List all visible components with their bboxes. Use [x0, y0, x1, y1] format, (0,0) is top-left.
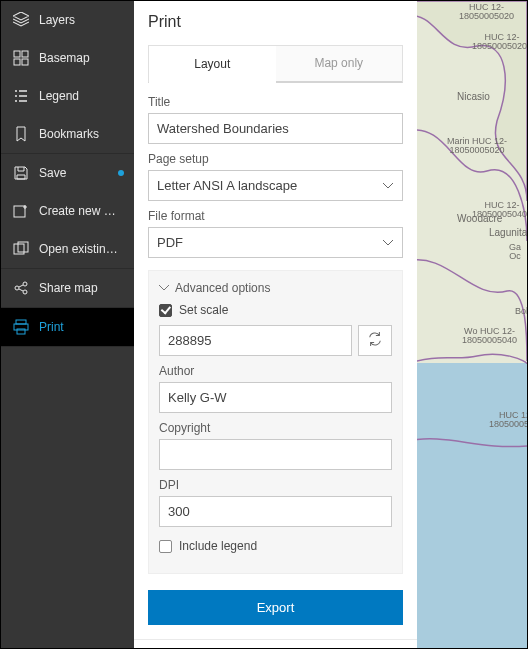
print-icon	[13, 319, 29, 335]
sidebar-item-bookmarks[interactable]: Bookmarks	[1, 115, 134, 153]
copyright-input[interactable]	[159, 439, 392, 470]
author-input[interactable]	[159, 382, 392, 413]
advanced-options-label: Advanced options	[175, 281, 270, 295]
export-button[interactable]: Export	[148, 590, 403, 625]
bookmark-icon	[13, 126, 29, 142]
svg-rect-4	[14, 206, 25, 217]
map-place-label: Lagunitas	[489, 227, 527, 238]
map-huc-label: HUC 12-18050005020	[459, 3, 514, 22]
page-setup-select[interactable]	[148, 170, 403, 201]
sidebar-item-label: Print	[39, 320, 64, 334]
title-label: Title	[148, 95, 403, 109]
refresh-icon	[368, 332, 382, 350]
tab-layout[interactable]: Layout	[149, 47, 276, 83]
sidebar-item-legend[interactable]: Legend	[1, 77, 134, 115]
file-format-label: File format	[148, 209, 403, 223]
map-huc-label: Wo HUC 12-18050005040	[462, 327, 517, 346]
share-icon	[13, 280, 29, 296]
dpi-label: DPI	[159, 478, 392, 492]
dpi-input[interactable]	[159, 496, 392, 527]
new-map-icon	[13, 203, 29, 219]
svg-rect-1	[22, 51, 28, 57]
svg-rect-2	[14, 59, 20, 65]
svg-point-7	[15, 286, 19, 290]
unsaved-dot-icon	[118, 170, 124, 176]
set-scale-label: Set scale	[179, 303, 228, 317]
sidebar-item-label: Share map	[39, 281, 98, 295]
author-label: Author	[159, 364, 392, 378]
legend-icon	[13, 88, 29, 104]
copyright-label: Copyright	[159, 421, 392, 435]
print-tabs: Layout Map only	[148, 45, 403, 83]
sidebar-item-label: Open existing map	[39, 242, 122, 256]
svg-rect-0	[14, 51, 20, 57]
scale-refresh-button[interactable]	[358, 325, 392, 356]
svg-point-8	[23, 282, 27, 286]
sidebar-item-label: Save	[39, 166, 66, 180]
print-panel: Print Layout Map only Title Page setup F…	[134, 1, 417, 648]
svg-point-9	[23, 290, 27, 294]
title-input[interactable]	[148, 113, 403, 144]
tab-map-only[interactable]: Map only	[276, 46, 403, 82]
file-format-select[interactable]	[148, 227, 403, 258]
svg-rect-10	[16, 320, 26, 324]
sidebar-item-label: Layers	[39, 13, 75, 27]
map-huc-label: GaOc	[509, 243, 521, 262]
sidebar-item-label: Bookmarks	[39, 127, 99, 141]
map-huc-label: HUC 12-180500050201	[472, 33, 527, 52]
map-huc-label: HUC 12-18050005010	[489, 411, 527, 430]
sidebar-item-label: Basemap	[39, 51, 90, 65]
include-legend-label: Include legend	[179, 539, 257, 553]
include-legend-checkbox[interactable]	[159, 540, 172, 553]
sidebar-item-save[interactable]: Save	[1, 154, 134, 192]
map-place-label: Nicasio	[457, 91, 490, 102]
sidebar-item-label: Create new map	[39, 204, 122, 218]
map-canvas[interactable]: HUC 12-18050005020HUC 12-180500050201Mar…	[417, 1, 527, 648]
panel-title: Print	[134, 1, 417, 39]
save-icon	[13, 165, 29, 181]
chevron-down-icon	[159, 281, 169, 295]
basemap-icon	[13, 50, 29, 66]
svg-rect-3	[22, 59, 28, 65]
sidebar-item-create-new-map[interactable]: Create new map	[1, 192, 134, 230]
sidebar-item-print[interactable]: Print	[1, 308, 134, 346]
sidebar-item-layers[interactable]: Layers	[1, 1, 134, 39]
map-huc-label: Marin HUC 12-18050005020	[447, 137, 507, 156]
sidebar-item-basemap[interactable]: Basemap	[1, 39, 134, 77]
sidebar-item-open-existing-map[interactable]: Open existing map	[1, 230, 134, 268]
open-map-icon	[13, 241, 29, 257]
map-huc-label: Bol	[515, 307, 527, 316]
sidebar: Layers Basemap Legend Bookmarks Save	[1, 1, 134, 648]
map-place-label: Woodacre	[457, 213, 502, 224]
exported-files-section: Exported files Your exported files will …	[134, 639, 417, 648]
sidebar-item-label: Legend	[39, 89, 79, 103]
set-scale-checkbox[interactable]	[159, 304, 172, 317]
advanced-options-toggle[interactable]: Advanced options	[159, 281, 392, 295]
page-setup-label: Page setup	[148, 152, 403, 166]
layers-icon	[13, 12, 29, 28]
advanced-options-box: Advanced options Set scale Author Copyri…	[148, 270, 403, 574]
scale-input[interactable]	[159, 325, 352, 356]
sidebar-item-share-map[interactable]: Share map	[1, 269, 134, 307]
